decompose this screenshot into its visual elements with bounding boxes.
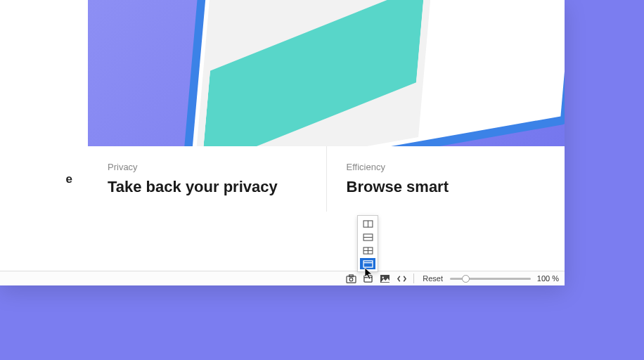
layout-option-panel[interactable] bbox=[360, 258, 375, 269]
devtools-toolbar: Reset 100 % bbox=[0, 271, 565, 285]
svg-rect-14 bbox=[363, 260, 373, 266]
card-category: Efficiency bbox=[347, 162, 546, 172]
screenshot-icon[interactable] bbox=[344, 273, 357, 284]
mockup-screen: Personal Branding bbox=[190, 0, 565, 146]
svg-point-2 bbox=[349, 278, 353, 281]
card-partial-text: e bbox=[66, 172, 72, 186]
card-privacy[interactable]: Privacy Take back your privacy bbox=[88, 146, 327, 212]
emulation-icon[interactable] bbox=[361, 273, 374, 284]
mockup-panel-left bbox=[194, 0, 434, 146]
zoom-percent-label: 100 % bbox=[535, 274, 559, 283]
svg-rect-3 bbox=[364, 275, 372, 281]
image-icon[interactable] bbox=[378, 273, 391, 284]
card-partial-left[interactable]: e bbox=[0, 146, 88, 212]
card-category: Privacy bbox=[108, 162, 307, 172]
reset-button[interactable]: Reset bbox=[420, 274, 446, 283]
layout-option-grid[interactable] bbox=[360, 245, 375, 256]
devtools-window: Personal Branding e Privacy Take back yo… bbox=[0, 0, 565, 285]
device-mockup: Personal Branding bbox=[181, 0, 565, 146]
hero-banner: Personal Branding bbox=[88, 0, 565, 146]
feature-cards: e Privacy Take back your privacy Efficie… bbox=[0, 146, 565, 212]
zoom-slider[interactable] bbox=[450, 274, 531, 283]
card-title: Browse smart bbox=[347, 178, 546, 196]
card-title: Take back your privacy bbox=[108, 178, 307, 196]
layout-popup bbox=[357, 215, 378, 272]
mockup-panel-right: Personal Branding bbox=[423, 0, 565, 136]
toolbar-separator bbox=[413, 274, 414, 283]
card-efficiency[interactable]: Efficiency Browse smart bbox=[327, 146, 565, 212]
layout-option-rows[interactable] bbox=[360, 231, 375, 243]
code-icon[interactable] bbox=[395, 273, 408, 284]
slider-thumb[interactable] bbox=[462, 275, 470, 283]
layout-option-columns[interactable] bbox=[360, 218, 375, 229]
svg-point-6 bbox=[382, 276, 383, 278]
